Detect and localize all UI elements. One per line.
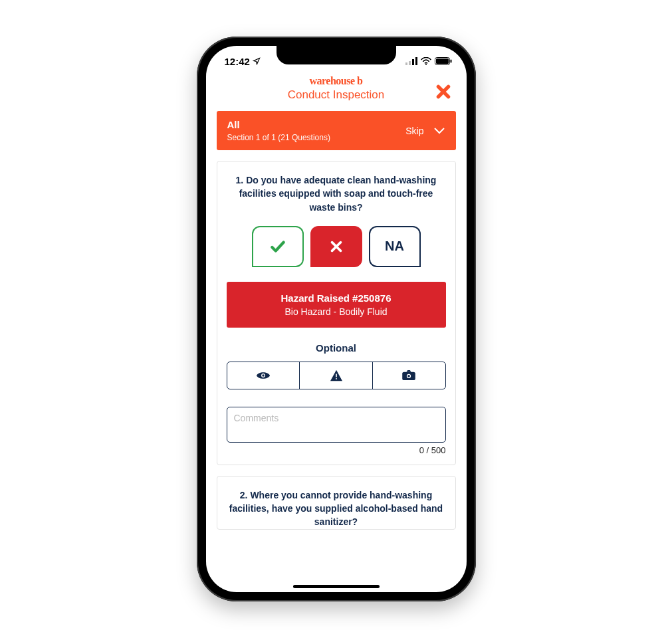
optional-actions <box>227 362 446 389</box>
question-card-2: 2. Where you cannot provide hand-washing… <box>217 476 456 530</box>
comments-input[interactable]: Comments <box>227 407 446 443</box>
hazard-alert[interactable]: Hazard Raised #250876 Bio Hazard - Bodil… <box>227 282 446 328</box>
svg-rect-6 <box>436 58 449 64</box>
chevron-down-icon[interactable] <box>433 127 445 135</box>
phone-frame: 12:42 warehouse b Conduct Inspection All… <box>197 37 476 601</box>
app-header: warehouse b Conduct Inspection <box>206 71 467 107</box>
check-icon <box>269 238 286 255</box>
svg-rect-3 <box>415 57 417 65</box>
close-button[interactable] <box>435 83 452 100</box>
status-time: 12:42 <box>225 56 250 67</box>
hazard-subtitle: Bio Hazard - Bodily Fluid <box>233 306 439 317</box>
warning-button[interactable] <box>299 362 372 389</box>
char-count: 0 / 500 <box>227 445 446 455</box>
page-title: Conduct Inspection <box>218 88 455 102</box>
svg-rect-11 <box>336 378 337 379</box>
svg-point-9 <box>262 374 264 376</box>
question-text: 1. Do you have adequate clean hand-washi… <box>227 173 446 214</box>
warning-icon <box>330 370 343 381</box>
answer-yes-button[interactable] <box>252 226 304 267</box>
close-icon <box>435 83 452 100</box>
location-icon <box>253 57 261 65</box>
brand-label: warehouse b <box>218 75 455 87</box>
phone-notch <box>277 46 396 64</box>
camera-button[interactable] <box>372 362 445 389</box>
question-text: 2. Where you cannot provide hand-washing… <box>227 488 446 529</box>
section-subtitle: Section 1 of 1 (21 Questions) <box>227 133 330 142</box>
comments-placeholder: Comments <box>234 413 279 423</box>
skip-button[interactable]: Skip <box>405 126 423 136</box>
camera-icon <box>401 370 416 381</box>
phone-screen: 12:42 warehouse b Conduct Inspection All… <box>206 46 467 592</box>
svg-point-4 <box>425 64 427 65</box>
na-label: NA <box>385 239 404 254</box>
view-button[interactable] <box>227 362 300 389</box>
section-title: All <box>227 119 330 130</box>
optional-label: Optional <box>227 342 446 354</box>
home-indicator[interactable] <box>293 585 380 588</box>
question-card-1: 1. Do you have adequate clean hand-washi… <box>217 161 456 465</box>
svg-rect-2 <box>412 59 414 65</box>
answer-na-button[interactable]: NA <box>369 226 421 267</box>
svg-rect-7 <box>450 60 451 63</box>
answer-no-button[interactable] <box>310 226 362 267</box>
x-icon <box>329 239 344 254</box>
svg-rect-0 <box>405 62 407 65</box>
svg-rect-10 <box>336 373 337 377</box>
eye-icon <box>256 370 271 381</box>
answer-row: NA <box>227 226 446 267</box>
wifi-icon <box>421 57 431 65</box>
battery-icon <box>435 57 452 65</box>
hazard-title: Hazard Raised #250876 <box>233 292 439 304</box>
svg-point-14 <box>407 375 410 377</box>
section-banner[interactable]: All Section 1 of 1 (21 Questions) Skip <box>217 111 456 150</box>
svg-rect-1 <box>409 61 411 65</box>
signal-icon <box>405 57 417 65</box>
